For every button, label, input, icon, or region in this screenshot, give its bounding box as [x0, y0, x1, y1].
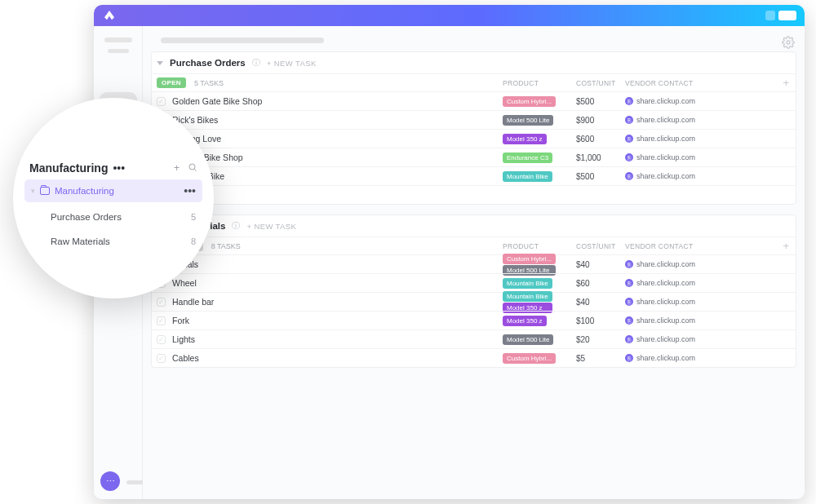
product-cell: Custom Hybri... [503, 353, 556, 364]
product-tag[interactable]: Model 350 z [503, 316, 547, 326]
product-cell: Custom Hybri...Model 500 Lite [503, 254, 556, 276]
product-cell: Mountain Bike [503, 171, 552, 182]
vendor-cell[interactable]: ⎘share.clickup.com [625, 260, 695, 268]
product-tag[interactable]: Mountain Bike [503, 278, 552, 289]
vendor-cell[interactable]: ⎘share.clickup.com [625, 335, 695, 343]
product-tag[interactable]: Custom Hybri... [503, 254, 556, 264]
sidebar-item-count: 5 [191, 212, 196, 222]
vendor-cell[interactable]: ⎘share.clickup.com [625, 116, 695, 124]
sidebar-item-label: Manufacturing [55, 186, 114, 196]
add-task-row[interactable]: + ADD TASK [152, 185, 796, 204]
link-icon: ⎘ [625, 316, 633, 325]
vendor-cell[interactable]: ⎘share.clickup.com [625, 153, 695, 161]
task-checkbox[interactable]: ✓ [157, 354, 166, 363]
product-tag[interactable]: Endurance C3 [503, 153, 552, 163]
item-more-icon[interactable]: ••• [184, 184, 196, 197]
task-row[interactable]: ✓ Lights Model 500 Lite $20 ⎘share.click… [152, 329, 796, 348]
task-row[interactable]: ✓ Wheel Mountain Bike $60 ⎘share.clickup… [152, 273, 796, 292]
cost-cell: $600 [576, 135, 594, 144]
space-more-icon[interactable]: ••• [113, 161, 125, 175]
task-row[interactable]: ✓ Golden Gate Bike Shop Custom Hybri... … [152, 91, 796, 110]
product-tag[interactable]: Custom Hybri... [503, 96, 556, 107]
link-icon: ⎘ [625, 153, 633, 161]
task-count: 8 TASKS [211, 242, 241, 250]
link-icon: ⎘ [625, 97, 633, 105]
product-tag[interactable]: Mountain Bike [503, 171, 552, 182]
add-column-icon[interactable]: + [783, 77, 789, 89]
task-checkbox[interactable]: ✓ [157, 298, 166, 307]
col-product: PRODUCT [503, 79, 568, 87]
task-row[interactable]: ✓ Handle bar Mountain BikeModel 350 z $4… [152, 292, 796, 311]
vendor-cell[interactable]: ⎘share.clickup.com [625, 97, 695, 105]
window-control-min[interactable] [765, 11, 775, 20]
vendor-cell[interactable]: ⎘share.clickup.com [625, 172, 695, 180]
task-group: Purchase Orders ⓘ + NEW TASKOPEN 5 TASKS… [151, 51, 796, 205]
cost-cell: $40 [576, 260, 590, 269]
task-row[interactable]: ✓ Jenna's Bike Shop Endurance C3 $1,000 … [152, 148, 796, 166]
product-tag[interactable]: Mountain Bike [503, 291, 552, 302]
task-name: Golden Gate Bike Shop [172, 96, 262, 106]
add-list-icon[interactable]: + [174, 162, 180, 174]
product-cell: Model 350 z [503, 316, 547, 326]
vendor-cell[interactable]: ⎘share.clickup.com [625, 135, 695, 143]
product-tag[interactable]: Custom Hybri... [503, 353, 556, 364]
cost-cell: $20 [576, 335, 590, 344]
task-row[interactable]: ✓ Rainbow Bike Mountain Bike $500 ⎘share… [152, 166, 796, 185]
sidebar-item-raw-materials[interactable]: Raw Materials 8 [24, 232, 202, 251]
product-cell: Model 500 Lite [503, 115, 553, 126]
link-icon: ⎘ [625, 298, 633, 306]
vendor-cell[interactable]: ⎘share.clickup.com [625, 298, 695, 306]
window-control-max[interactable] [778, 11, 796, 20]
group-title: Purchase Orders [170, 58, 246, 68]
gear-icon[interactable] [782, 36, 795, 49]
sidebar-item-label: Purchase Orders [51, 212, 122, 222]
chat-button[interactable]: ⋯ [100, 471, 120, 491]
info-icon[interactable]: ⓘ [232, 220, 240, 232]
task-checkbox[interactable]: ✓ [157, 335, 166, 344]
task-row[interactable]: ✓ Fork Model 350 z $100 ⎘share.clickup.c… [152, 311, 796, 329]
task-row[interactable]: ✓ Pedals Custom Hybri...Model 500 Lite $… [152, 254, 796, 273]
sidebar-popover: Manufacturing ••• + ▾ Manufacturing ••• … [13, 98, 214, 298]
link-icon: ⎘ [625, 335, 633, 343]
task-name: Handle bar [172, 297, 214, 307]
cost-cell: $900 [576, 116, 594, 125]
task-checkbox[interactable]: ✓ [157, 97, 166, 106]
vendor-cell[interactable]: ⎘share.clickup.com [625, 316, 695, 325]
product-cell: Mountain Bike [503, 278, 552, 289]
task-row[interactable]: ✓ Cycling Love Model 350 z $600 ⎘share.c… [152, 129, 796, 148]
search-icon[interactable] [188, 162, 197, 172]
sidebar-item-manufacturing[interactable]: ▾ Manufacturing ••• [24, 179, 202, 202]
product-cell: Model 500 Lite [503, 334, 553, 345]
task-group: aw Materials ⓘ + NEW TASKREQUIRED 8 TASK… [151, 214, 796, 368]
cost-cell: $1,000 [576, 153, 601, 162]
product-cell: Custom Hybri... [503, 96, 556, 107]
caret-down-icon[interactable] [157, 61, 163, 65]
product-tag[interactable]: Model 500 Lite [503, 334, 553, 345]
new-task-button[interactable]: + NEW TASK [267, 59, 317, 68]
link-icon: ⎘ [625, 135, 633, 143]
vendor-cell[interactable]: ⎘share.clickup.com [625, 279, 695, 287]
app-window: ⋯ Purchase Orders ⓘ + NEW TASKOPEN 5 TAS… [94, 5, 805, 499]
cost-cell: $5 [576, 354, 585, 363]
task-row[interactable]: ✓ Rick's Bikes Model 500 Lite $900 ⎘shar… [152, 110, 796, 129]
product-tag[interactable]: Model 500 Lite [503, 115, 553, 126]
task-name: Wheel [172, 278, 197, 288]
cost-cell: $40 [576, 298, 590, 307]
sidebar-item-purchase-orders[interactable]: Purchase Orders 5 [24, 207, 202, 227]
info-icon[interactable]: ⓘ [252, 57, 260, 69]
title-bar [94, 5, 805, 26]
task-name: Fork [172, 316, 189, 325]
col-vendor: VENDOR CONTACT [625, 79, 715, 87]
cost-cell: $500 [576, 172, 594, 181]
breadcrumb-placeholder [161, 38, 324, 43]
vendor-cell[interactable]: ⎘share.clickup.com [625, 354, 695, 362]
status-tag[interactable]: OPEN [157, 77, 186, 88]
link-icon: ⎘ [625, 279, 633, 287]
product-cell: Endurance C3 [503, 153, 552, 163]
task-count: 5 TASKS [194, 79, 224, 87]
task-checkbox[interactable]: ✓ [157, 316, 166, 325]
add-column-icon[interactable]: + [783, 240, 789, 252]
product-tag[interactable]: Model 350 z [503, 134, 547, 144]
new-task-button[interactable]: + NEW TASK [246, 222, 296, 231]
task-row[interactable]: ✓ Cables Custom Hybri... $5 ⎘share.click… [152, 348, 796, 367]
